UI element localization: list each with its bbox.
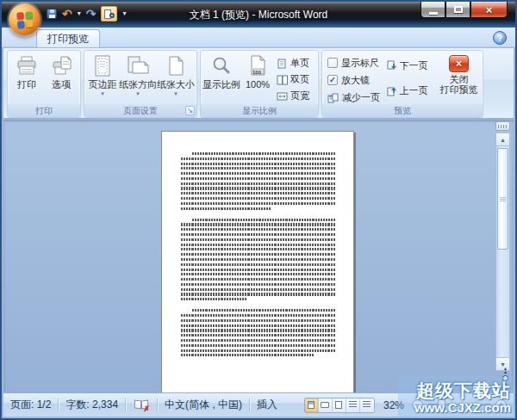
fullscreen-reading-view-button[interactable]: [319, 398, 333, 412]
one-page-button[interactable]: 单页: [275, 56, 311, 71]
paper-size-button[interactable]: 纸张大小 ▾: [157, 52, 195, 97]
undo-dropdown-icon[interactable]: ▾: [78, 10, 81, 17]
orientation-icon: [126, 54, 150, 78]
options-button[interactable]: 选项: [44, 52, 78, 90]
previous-object-button[interactable]: ▴▴: [504, 367, 507, 374]
zoom-100-button[interactable]: 100 100%: [240, 52, 275, 90]
vertical-scrollbar[interactable]: ▴ ▾: [495, 133, 510, 371]
tab-print-preview[interactable]: 打印预览: [36, 29, 100, 47]
quick-access-toolbar: ↶ ▾ ↷ ▾: [47, 5, 127, 22]
proofing-status-icon[interactable]: ✗: [134, 400, 148, 411]
office-logo-icon: [16, 11, 33, 28]
status-divider: [249, 398, 250, 411]
show-ruler-label: 显示标尺: [341, 57, 379, 70]
options-button-label: 选项: [52, 79, 71, 90]
page-indicator[interactable]: 页面: 1/2: [10, 398, 51, 412]
view-shortcut-buttons: [304, 398, 375, 413]
shrink-one-page-label: 减少一页: [342, 91, 380, 104]
customize-qat-dropdown-icon[interactable]: ▾: [122, 10, 126, 17]
document-preview-area: ▴ ▾ ▴▴ ▾▾: [3, 120, 514, 392]
minimize-button[interactable]: [420, 2, 445, 18]
office-button[interactable]: [9, 3, 40, 35]
next-object-button[interactable]: ▾▾: [504, 383, 507, 390]
zoom-out-button[interactable]: −: [412, 399, 423, 411]
insert-mode-indicator[interactable]: 插入: [257, 398, 277, 412]
printer-icon: [16, 54, 38, 78]
status-right-controls: 32% − +: [304, 398, 507, 413]
print-layout-view-button[interactable]: [305, 398, 319, 412]
page-setup-dialog-launcher[interactable]: ↘: [185, 106, 195, 115]
shrink-one-page-button[interactable]: 减少一页: [327, 90, 384, 104]
group-print-label: 打印: [8, 104, 80, 117]
print-button[interactable]: 打印: [9, 52, 44, 90]
zoom-button-label: 显示比例: [202, 79, 240, 90]
print-layout-icon: [308, 401, 315, 409]
paper-size-dropdown-icon: ▾: [174, 90, 178, 97]
group-page-setup-label: 页面设置 ↘: [84, 104, 196, 117]
zoom-level[interactable]: 32%: [383, 399, 404, 411]
group-page-setup: 页边距 ▾ 纸张方向 ▾: [84, 50, 197, 118]
word-window: ↶ ▾ ↷ ▾ 文档 1 (预览) - Microsoft Word × 打印预…: [0, 0, 517, 420]
draft-view-button[interactable]: [360, 398, 374, 412]
status-bar: 页面: 1/2 字数: 2,334 ✗ 中文(简体 , 中国) 插入 32% −…: [3, 392, 514, 417]
language-indicator[interactable]: 中文(简体 , 中国): [165, 398, 242, 412]
zoom-in-button[interactable]: +: [495, 399, 507, 411]
draft-view-icon: [363, 401, 371, 409]
orientation-dropdown-icon: ▾: [136, 90, 140, 97]
previous-page-button[interactable]: 上一页: [386, 84, 433, 97]
hundred-badge: 100: [252, 70, 261, 75]
browse-object-controls: ▴▴ ▾▾: [502, 367, 508, 390]
title-bar: ↶ ▾ ↷ ▾ 文档 1 (预览) - Microsoft Word ×: [2, 2, 515, 28]
print-preview-toggle-icon[interactable]: [101, 6, 117, 22]
save-icon[interactable]: [47, 9, 57, 19]
redo-icon[interactable]: ↷: [86, 8, 97, 20]
scrollbar-thumb[interactable]: [497, 148, 508, 250]
previous-page-icon: [386, 85, 397, 96]
thumb-grip-icon: [500, 197, 506, 201]
group-preview: 显示标尺 ✓ 放大镜 减少一页: [321, 50, 483, 118]
magnifier-checkbox[interactable]: ✓ 放大镜: [327, 73, 384, 87]
page-width-icon: [277, 90, 288, 102]
previous-page-label: 上一页: [400, 84, 428, 97]
minimize-icon: [429, 12, 438, 15]
web-layout-icon: [335, 401, 342, 409]
margins-dropdown-icon: ▾: [101, 90, 104, 97]
zoom-button[interactable]: 显示比例: [202, 52, 240, 90]
printer-options-icon: [50, 54, 72, 78]
close-print-preview-button[interactable]: × 关闭 打印预览: [437, 52, 481, 95]
margins-label: 页边距: [89, 79, 117, 90]
shrink-one-page-icon: [327, 92, 339, 103]
outline-view-icon: [349, 401, 357, 409]
close-icon: ×: [486, 3, 493, 16]
page-width-button[interactable]: 页宽: [275, 89, 311, 103]
close-preview-icon: ×: [449, 55, 469, 72]
word-count[interactable]: 字数: 2,334: [65, 398, 118, 412]
zoom-slider-thumb[interactable]: [438, 399, 445, 411]
next-page-label: 下一页: [400, 59, 428, 72]
ribbon-tab-strip: 打印预览 ?: [2, 28, 515, 47]
view-ruler-button[interactable]: [495, 121, 510, 131]
outline-view-button[interactable]: [346, 398, 360, 412]
scroll-up-button[interactable]: ▴: [496, 133, 509, 146]
group-zoom: 显示比例 100 100%: [200, 50, 319, 118]
close-button[interactable]: ×: [470, 2, 508, 18]
two-pages-icon: [277, 74, 288, 85]
help-button[interactable]: ?: [493, 31, 507, 45]
web-layout-view-button[interactable]: [333, 398, 346, 412]
orientation-button[interactable]: 纸张方向 ▾: [119, 52, 157, 97]
zoom-100-icon: 100: [248, 54, 267, 78]
zoom-slider[interactable]: [427, 404, 491, 406]
page-preview[interactable]: [161, 131, 354, 393]
next-page-icon: [386, 60, 397, 71]
maximize-button[interactable]: [445, 2, 470, 18]
select-browse-object-button[interactable]: [502, 375, 508, 381]
show-ruler-checkbox[interactable]: 显示标尺: [327, 56, 384, 70]
checkbox-checked-icon: ✓: [327, 75, 338, 85]
print-button-label: 打印: [17, 79, 36, 90]
margins-button[interactable]: 页边距 ▾: [86, 52, 119, 97]
undo-icon[interactable]: ↶: [62, 8, 72, 20]
close-preview-label-1: 关闭: [450, 74, 469, 84]
zoom-100-label: 100%: [246, 79, 270, 90]
two-pages-button[interactable]: 双页: [275, 72, 311, 87]
next-page-button[interactable]: 下一页: [386, 59, 433, 72]
